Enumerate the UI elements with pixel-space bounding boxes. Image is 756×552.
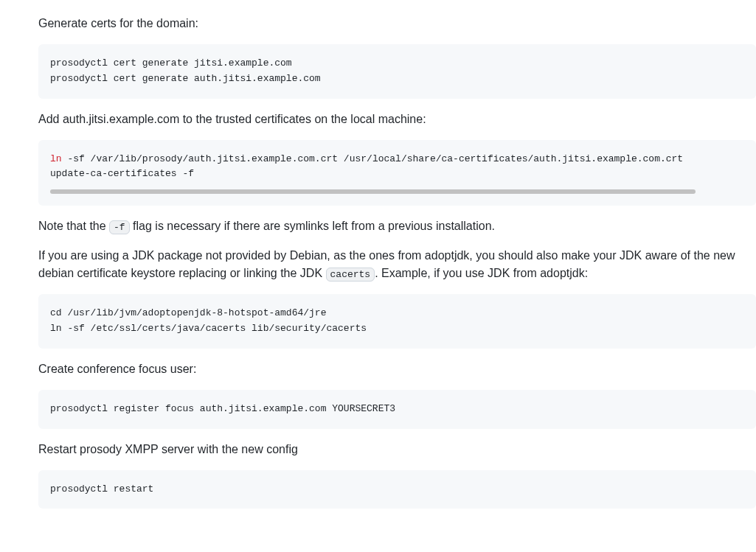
text: flag is necessary if there are symlinks … (130, 220, 495, 232)
code-block: prosodyctl restart (38, 470, 756, 509)
inline-code: cacerts (326, 268, 375, 282)
code-text: -sf /var/lib/prosody/auth.jitsi.example.… (50, 153, 683, 180)
code-content: prosodyctl register focus auth.jitsi.exa… (50, 402, 744, 417)
code-content: ln -sf /var/lib/prosody/auth.jitsi.examp… (50, 152, 744, 183)
code-block: ln -sf /var/lib/prosody/auth.jitsi.examp… (38, 140, 756, 206)
code-content: prosodyctl restart (50, 482, 744, 497)
paragraph: Note that the -f flag is necessary if th… (38, 217, 756, 235)
text: . Example, if you use JDK from adoptjdk: (375, 267, 588, 279)
paragraph: Generate certs for the domain: (38, 15, 756, 32)
inline-code: -f (109, 220, 130, 234)
paragraph: Create conference focus user: (38, 360, 756, 378)
code-block: prosodyctl cert generate jitsi.example.c… (38, 44, 756, 99)
paragraph: If you are using a JDK package not provi… (38, 247, 756, 282)
code-keyword: ln (50, 153, 62, 164)
code-block: cd /usr/lib/jvm/adoptopenjdk-8-hotspot-a… (38, 294, 756, 349)
code-block: prosodyctl register focus auth.jitsi.exa… (38, 390, 756, 429)
text: Note that the (38, 220, 109, 232)
code-content: prosodyctl cert generate jitsi.example.c… (50, 56, 744, 87)
paragraph: Add auth.jitsi.example.com to the truste… (38, 111, 756, 128)
code-content: cd /usr/lib/jvm/adoptopenjdk-8-hotspot-a… (50, 306, 744, 337)
paragraph: Restart prosody XMPP server with the new… (38, 441, 756, 458)
